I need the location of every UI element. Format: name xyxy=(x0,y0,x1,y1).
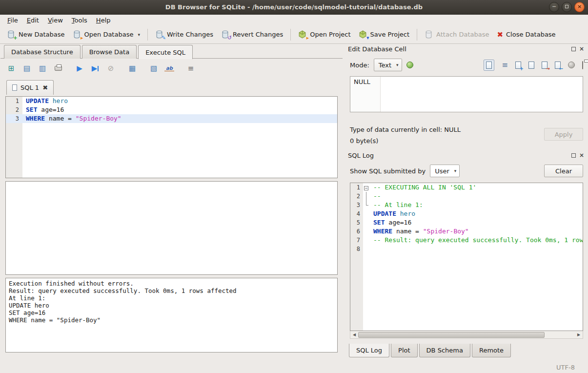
maximize-button[interactable] xyxy=(562,2,572,12)
edit-cell-header: Edit Database Cell × xyxy=(345,44,588,54)
code-line[interactable]: 2SET age=16 xyxy=(6,105,337,114)
open-database-icon: ▸ xyxy=(73,30,81,39)
apply-changes-icon[interactable] xyxy=(406,62,413,68)
line-number: 2 xyxy=(350,192,363,201)
menu-tools[interactable]: Tools xyxy=(67,16,92,25)
clear-log-button[interactable]: Clear xyxy=(544,165,583,177)
find-replace-icon[interactable]: ab xyxy=(164,65,174,71)
write-changes-button[interactable]: ✎ Write Changes xyxy=(151,28,217,41)
code-line[interactable]: 1UPDATE hero xyxy=(6,97,337,105)
window-title: DB Browser for SQLite - /home/user/code/… xyxy=(0,3,588,11)
output-line: At line 1: xyxy=(9,294,334,302)
stop-icon: ⊘ xyxy=(106,64,116,73)
close-dock-icon[interactable]: × xyxy=(579,153,584,158)
main-toolbar: + New Database ▸ Open Database ▾ ✎ Write… xyxy=(0,25,588,44)
export-results-icon[interactable]: ▦ xyxy=(127,64,137,73)
word-wrap-icon[interactable]: ≡ xyxy=(502,61,508,69)
open-sql-file-icon[interactable]: ▤ xyxy=(22,64,32,73)
encoding-indicator[interactable]: UTF-8 xyxy=(556,364,575,371)
tab-sql-log[interactable]: SQL Log xyxy=(349,344,389,357)
line-number: 3 xyxy=(350,201,363,209)
tab-db-schema[interactable]: DB Schema xyxy=(419,344,470,357)
dock-controls: × xyxy=(571,153,584,158)
menu-help[interactable]: Help xyxy=(92,16,115,25)
mode-select[interactable]: Text ▾ xyxy=(374,59,402,71)
pencil-badge-icon: ✎ xyxy=(162,35,166,41)
execute-current-line-icon[interactable]: ▶ xyxy=(90,64,100,73)
open-tab-icon[interactable]: ⊞ xyxy=(6,64,16,73)
arrow-badge-icon: ← xyxy=(559,66,563,71)
tab-remote[interactable]: Remote xyxy=(472,344,511,357)
execute-all-icon[interactable]: ▶ xyxy=(75,64,84,73)
chevron-down-icon: ▾ xyxy=(396,62,399,67)
sql-tab-label: SQL 1 xyxy=(20,84,39,91)
tab-execute-sql[interactable]: Execute SQL xyxy=(138,45,193,59)
sql-tab-sql1[interactable]: SQL 1 ✖ xyxy=(6,80,54,95)
close-database-button[interactable]: ✖ Close Database xyxy=(493,28,559,41)
edit-cell-title: Edit Database Cell xyxy=(348,45,571,53)
tab-browse-data[interactable]: Browse Data xyxy=(82,45,137,59)
code-line[interactable]: 3WHERE name = "Spider-Boy" xyxy=(6,114,337,123)
minimize-button[interactable]: − xyxy=(549,2,559,12)
sql-editor[interactable]: 1UPDATE hero2SET age=163WHERE name = "Sp… xyxy=(5,96,338,178)
scrollbar-track[interactable] xyxy=(358,332,575,338)
set-null-icon[interactable] xyxy=(568,62,575,68)
log-horizontal-scrollbar[interactable]: ◀ ▶ xyxy=(350,331,583,339)
cell-value: NULL xyxy=(354,78,370,85)
scroll-right-icon[interactable]: ▶ xyxy=(575,332,583,337)
main-tab-bar: Database Structure Browse Data Execute S… xyxy=(4,44,194,59)
text-mode-button[interactable] xyxy=(484,60,494,71)
close-tab-icon[interactable]: ✖ xyxy=(42,84,48,91)
open-badge-icon: ▸ xyxy=(81,35,83,41)
output-line: Execution finished without errors. xyxy=(9,280,334,287)
save-project-icon: ▾ xyxy=(359,30,367,39)
import-document-icon[interactable]: → xyxy=(542,62,547,69)
window-controls: − × xyxy=(549,2,585,12)
save-badge-icon: ▾ xyxy=(366,35,369,41)
save-project-button[interactable]: ▾ Save Project xyxy=(355,28,414,41)
code-text: UPDATE hero xyxy=(370,209,583,218)
fold-toggle-icon[interactable]: − xyxy=(364,186,368,190)
export-document-icon[interactable]: ← xyxy=(555,62,561,69)
float-dock-icon[interactable] xyxy=(571,153,576,158)
float-dock-icon[interactable] xyxy=(571,47,576,51)
attach-database-icon xyxy=(425,30,433,39)
menubar: File Edit View Tools Help xyxy=(0,15,588,25)
tab-plot[interactable]: Plot xyxy=(391,344,418,357)
open-document-icon[interactable] xyxy=(528,62,534,69)
menu-view[interactable]: View xyxy=(43,16,67,25)
print-icon[interactable] xyxy=(53,66,63,71)
code-line: 2-- xyxy=(350,192,583,201)
close-button[interactable]: × xyxy=(574,2,585,12)
line-bar-icon xyxy=(98,66,99,71)
code-line: 7-- Result: query executed successfully.… xyxy=(350,236,583,245)
open-database-button[interactable]: ▸ Open Database ▾ xyxy=(69,28,144,41)
output-line: SET age=16 xyxy=(9,309,334,316)
titlebar: DB Browser for SQLite - /home/user/code/… xyxy=(0,0,588,15)
cell-mode-row: Mode: Text ▾ ≡ + → ← xyxy=(345,58,588,72)
close-dock-icon[interactable]: × xyxy=(579,47,584,51)
save-results-icon[interactable]: ▧ xyxy=(149,64,159,73)
line-number: 5 xyxy=(350,218,363,227)
menu-file[interactable]: File xyxy=(3,16,22,25)
line-number: 6 xyxy=(350,227,363,236)
cell-value-editor[interactable]: NULL xyxy=(350,76,583,112)
menu-edit[interactable]: Edit xyxy=(22,16,43,25)
scrollbar-thumb[interactable] xyxy=(358,332,545,338)
scroll-left-icon[interactable]: ◀ xyxy=(350,332,358,337)
open-project-button[interactable]: ▸ Open Project xyxy=(294,28,354,41)
print-cell-icon[interactable] xyxy=(582,62,583,69)
save-sql-file-icon[interactable]: ▥ xyxy=(38,64,47,73)
write-changes-icon: ✎ xyxy=(155,30,164,39)
revert-changes-button[interactable]: ↺ Revert Changes xyxy=(217,28,287,41)
tab-database-structure[interactable]: Database Structure xyxy=(4,45,81,59)
new-database-button[interactable]: + New Database xyxy=(3,28,69,41)
chevron-down-icon[interactable]: ▾ xyxy=(138,32,140,37)
code-line: 6WHERE name = "Spider-Boy" xyxy=(350,227,583,236)
results-grid[interactable] xyxy=(5,181,338,275)
code-text: UPDATE hero xyxy=(22,97,337,105)
mode-value: Text xyxy=(379,62,391,69)
submitted-by-select[interactable]: User ▾ xyxy=(430,165,460,177)
new-document-icon[interactable]: + xyxy=(515,62,521,69)
word-wrap-icon[interactable]: ≡ xyxy=(186,64,196,73)
